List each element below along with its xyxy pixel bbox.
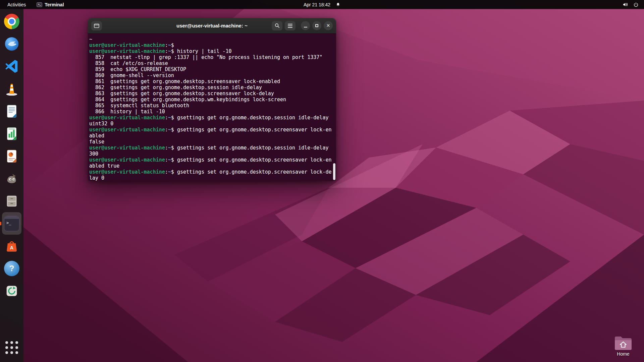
svg-text:A: A (10, 245, 13, 250)
clock-label: Apr 21 18:42 (304, 2, 330, 7)
terminal-line: user@user-virtual-machine:~$ history | t… (89, 48, 335, 54)
calc-spreadsheet-icon (4, 126, 19, 141)
dock-item-thunderbird[interactable] (2, 33, 21, 55)
terminal-line: abled (89, 133, 335, 139)
terminal-headerbar[interactable]: user@user-virtual-machine: ~ × (88, 18, 336, 34)
dock-item-libreoffice-impress[interactable] (2, 145, 21, 167)
terminal-scrollbar[interactable] (333, 163, 335, 180)
activities-button[interactable]: Activities (5, 1, 28, 8)
dock-item-help[interactable]: ? (2, 257, 21, 280)
impress-presentation-icon (4, 148, 19, 164)
dock-item-libreoffice-calc[interactable] (2, 122, 21, 145)
close-button[interactable]: × (324, 21, 333, 30)
volume-icon (623, 2, 628, 7)
terminal-body[interactable]: ~user@user-virtual-machine:~$ user@user-… (88, 34, 336, 181)
system-menu[interactable] (623, 0, 644, 9)
terminal-icon: >_ (4, 216, 19, 231)
minimize-icon (304, 27, 307, 27)
dock-item-show-applications[interactable] (2, 336, 21, 359)
menu-button[interactable] (285, 21, 296, 31)
terminal-line: 862 gsettings get org.gnome.desktop.sess… (89, 84, 335, 90)
power-icon (633, 2, 639, 7)
terminal-line: 859 echo $XDG_CURRENT_DESKTOP (89, 66, 335, 72)
terminal-line: ~ (89, 36, 335, 42)
terminal-line: user@user-virtual-machine:~$ gsettings s… (89, 157, 335, 163)
hamburger-menu-icon (288, 23, 292, 29)
software-store-icon: A (4, 238, 19, 254)
terminal-line: 861 gsettings get org.gnome.desktop.scre… (89, 78, 335, 84)
dock-item-vlc[interactable] (2, 77, 21, 100)
dock-item-vscode[interactable] (2, 55, 21, 77)
terminal-line: 300 (89, 151, 335, 157)
terminal-line: user@user-virtual-machine:~$ gsettings s… (89, 145, 335, 151)
window-title: user@user-virtual-machine: ~ (176, 23, 248, 28)
terminal-line: user@user-virtual-machine:~$ gsettings g… (89, 115, 335, 121)
top-bar: Activities >_ Terminal Apr 21 18:42 (0, 0, 644, 9)
focused-app-menu[interactable]: >_ Terminal (37, 2, 64, 7)
dock-item-files[interactable] (2, 190, 21, 212)
clock-menu[interactable]: Apr 21 18:42 (300, 0, 344, 9)
search-button[interactable] (272, 21, 282, 31)
dock-item-ubuntu-software[interactable]: A (2, 235, 21, 257)
minimize-button[interactable] (301, 21, 310, 30)
focused-app-label: Terminal (45, 2, 64, 7)
terminal-line: lay 0 (89, 175, 335, 181)
terminal-line: uint32 0 (89, 121, 335, 127)
dock-item-chrome[interactable] (2, 10, 21, 33)
terminal-line: 863 gsettings get org.gnome.desktop.scre… (89, 90, 335, 97)
search-icon (275, 23, 280, 28)
close-icon: × (326, 22, 330, 28)
terminal-line: 866 history | tail -10 (89, 109, 335, 115)
home-folder-icon[interactable]: Home (609, 336, 637, 357)
writer-document-icon (4, 104, 19, 119)
terminal-lines: ~user@user-virtual-machine:~$ user@user-… (89, 36, 335, 181)
new-tab-button[interactable] (91, 21, 102, 31)
help-question-icon: ? (4, 261, 19, 276)
gimp-icon (4, 171, 19, 186)
vlc-cone-icon (4, 81, 19, 97)
terminal-line: 865 systemctl status bluetooth (89, 103, 335, 109)
updater-icon (4, 283, 19, 299)
top-bar-left: Activities >_ Terminal (0, 1, 64, 8)
terminal-line: 860 gnome-shell --version (89, 72, 335, 78)
terminal-line: user@user-virtual-machine:~$ gsettings s… (89, 169, 335, 175)
chrome-icon (4, 14, 19, 29)
maximize-icon (315, 24, 318, 27)
terminal-line: abled true (89, 163, 335, 169)
terminal-app-icon: >_ (37, 2, 42, 7)
terminal-window: user@user-virtual-machine: ~ × ~user@use… (88, 18, 336, 181)
dock-item-gimp[interactable] (2, 167, 21, 190)
notification-bell-icon (336, 2, 340, 7)
terminal-line: 857 netstat -tlnp | grep :1337 || echo "… (89, 54, 335, 60)
terminal-line: user@user-virtual-machine:~$ (89, 42, 335, 48)
file-cabinet-icon (4, 193, 19, 209)
folder-icon (614, 336, 633, 350)
vscode-icon (4, 59, 19, 74)
terminal-line: 864 gsettings get org.gnome.desktop.wm.k… (89, 97, 335, 103)
terminal-line: 858 cat /etc/os-release (89, 60, 335, 66)
dock-item-libreoffice-writer[interactable] (2, 100, 21, 122)
dock: >_ A ? (0, 9, 23, 362)
headerbar-controls: × (272, 21, 333, 31)
terminal-line: user@user-virtual-machine:~$ gsettings g… (89, 127, 335, 133)
new-tab-icon (94, 23, 99, 28)
dock-item-terminal[interactable]: >_ (2, 212, 21, 235)
home-folder-label: Home (617, 351, 629, 357)
maximize-button[interactable] (312, 21, 321, 30)
app-grid-icon (5, 341, 18, 354)
blue-globe-icon (4, 36, 19, 52)
terminal-line: false (89, 139, 335, 145)
dock-item-software-updater[interactable] (2, 280, 21, 302)
